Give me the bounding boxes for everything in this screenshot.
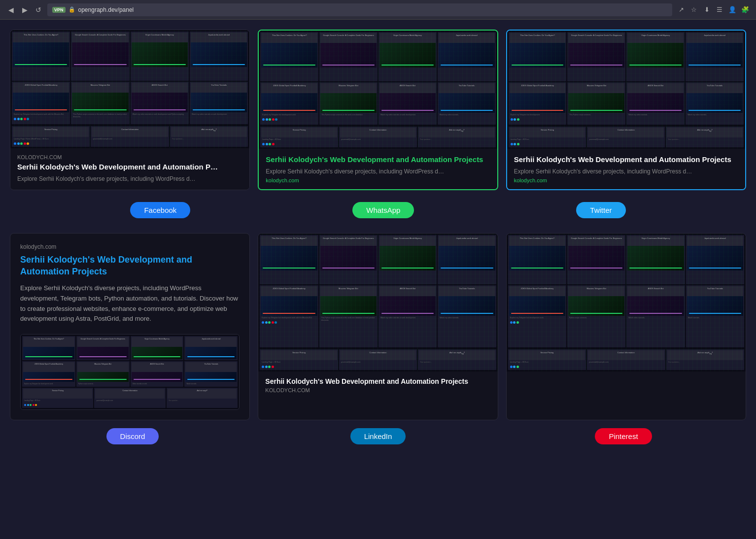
mid-cell-4: JapaLandia work abroad [438,235,496,284]
rp-cell-7: ASOS Search Bot Watch video tutorials. [626,285,685,347]
linkedin-button-area: LinkedIn [255,428,501,444]
top-share-buttons: Facebook WhatsApp Twitter [10,202,746,218]
tw-mini-cell-1: This Site Uses Cookies. Do You Agree? [509,32,567,81]
facebook-card-domain: KOLODYCH.COM [17,154,242,160]
tw-mini-cell-8: YouTube Tutorials Watch my video tutoria… [686,82,744,125]
right-screenshot: This Site Uses Cookies. Do You Agree? Go… [507,234,746,371]
wa-mini-cell-3: Virgin Courtesans Model Agency [378,32,437,81]
facebook-screenshot: This Site Uses Cookies. Do You Agree? Go… [10,30,249,148]
mini-cell-7: ASOS Search Bot Watch my video tutorials… [131,82,189,124]
mini-cell-6: Muuvies Telegram Bot This Python script … [71,82,129,124]
twitter-share-button[interactable]: Twitter [576,202,625,218]
rp-service-cell: Service Pricing Landing Page = 80 Euro [508,349,586,370]
whatsapp-card-title: Serhii Kolodych's Web Development and Au… [266,155,490,165]
mini-cell-1: This Site Uses Cookies. Do You Agree? [12,32,70,81]
tw-contact-cell: Contact Information youremail@example.co… [587,127,665,147]
rp-cell-1: This Site Uses Cookies. Do You Agree? [508,235,566,284]
rp-cell-5: JOKS Global Sport Football Academy Explo… [508,285,566,347]
wa-mini-cell-6: Muuvies Telegram Bot This Python script … [319,82,378,125]
wa-mini-cell-2: Google Search Console: A Complete Guide … [319,32,378,81]
discord-button-area: Discord [10,428,255,444]
forward-button[interactable]: ▶ [20,5,30,15]
ask-cell: Ask me anything? Your question... [170,126,248,147]
whatsapp-card-url: kolodych.com [266,177,490,183]
refresh-button[interactable]: ↺ [34,5,43,15]
middle-card-domain: KOLODYCH.COM [265,387,490,393]
extensions-icon[interactable]: 🧩 [740,5,750,15]
share-icon[interactable]: ↗ [676,5,686,15]
mini-cell-2: Google Search Console: A Complete Guide … [71,32,129,81]
mid-cell-6: Muuvies Telegram Bot This Python script … [319,285,378,347]
rp-cell-6: Muuvies Telegram Bot Python script conne… [567,285,625,347]
twitter-card-title: Serhii Kolodych's Web Development and Au… [514,155,738,165]
mid-ask-cell: Ask me anything? Your question... [418,349,496,370]
wa-mini-cell-7: ASOS Search Bot Watch my video tutorials… [378,82,437,125]
address-bar[interactable]: VPN 🔒 opengraph.dev/panel [47,3,672,16]
middle-screenshot: This Site Uses Cookies. Do You Agree? Go… [258,234,497,371]
rp-cell-8: YouTube Tutorials Watch tutorials. [686,285,744,347]
wa-mini-cell-1: This Site Uses Cookies. Do You Agree? [260,32,318,81]
linkedin-share-button[interactable]: LinkedIn [350,428,406,444]
left-info-panel: kolodych.com Serhii Kolodych's Web Devel… [10,233,250,420]
rp-cell-2: Google Search Console: A Complete Guide … [567,235,625,284]
tw-ask-cell: Ask me anything? Your question... [666,127,744,147]
lp-ask-cell: Ask me anyt? Your question... [167,388,238,407]
left-panel-preview: This Site Uses Cookies. Do You Agree? Go… [20,334,240,409]
wa-mini-cell-8: YouTube Tutorials Watch my video tutoria… [438,82,496,125]
facebook-preview-card: This Site Uses Cookies. Do You Agree? Go… [10,30,250,190]
mini-cell-8: YouTube Tutorials Watch my video tutoria… [190,82,248,124]
wa-mini-cell-4: JapaLandia work abroad [438,32,496,81]
middle-preview-panel: This Site Uses Cookies. Do You Agree? Go… [258,233,498,420]
twitter-screenshot: This Site Uses Cookies. Do You Agree? Go… [507,31,745,149]
lp-cell-8: YouTube Tutorials Watch tutorials. [184,361,238,387]
url-text: opengraph.dev/panel [78,6,134,13]
contact-info-cell: Contact Information youremail@example.co… [91,126,169,147]
facebook-share-button[interactable]: Facebook [130,202,190,218]
whatsapp-screenshot: This Site Uses Cookies. Do You Agree? Go… [259,31,497,149]
mid-cell-7: ASOS Search Bot Watch my video tutorials… [378,285,437,347]
wa-service-cell: Service Pricing Landing Page = 80 Euro [260,127,338,147]
tw-mini-cell-4: JapaLandia work abroad [686,32,744,81]
facebook-card-info: KOLODYCH.COM Serhii Kolodych's Web Devel… [10,148,249,189]
tw-mini-cell-3: Virgin Courtesans Model Agency [626,32,685,81]
middle-card-info: Serhii Kolodych's Web Development and Au… [258,371,497,399]
whatsapp-card-info: Serhii Kolodych's Web Development and Au… [259,149,497,189]
pinterest-share-button[interactable]: Pinterest [595,428,652,444]
rp-contact-cell: Contact Information youremail@example.co… [587,349,665,370]
mid-cell-2: Google Search Console: A Complete Guide … [319,235,378,284]
mid-cell-8: YouTube Tutorials Watch my video tutoria… [438,285,496,347]
rp-cell-3: Virgin Courtesans Model Agency [626,235,685,284]
twitter-card-info: Serhii Kolodych's Web Development and Au… [507,149,745,189]
lock-icon: 🔒 [69,6,75,13]
mid-cell-1: This Site Uses Cookies. Do You Agree? [260,235,318,284]
middle-card-title: Serhii Kolodych's Web Development and Au… [265,377,490,385]
browser-chrome: ◀ ▶ ↺ VPN 🔒 opengraph.dev/panel ↗ ☆ ⬇ ☰ … [0,0,756,20]
discord-share-button[interactable]: Discord [106,428,159,444]
lp-cell-7: ASOS Search Bot Video tutorials on web. [131,361,184,387]
wa-contact-cell: Contact Information youremail@example.co… [339,127,417,147]
facebook-card-title: Serhii Kolodych's Web Development and Au… [17,162,242,172]
rp-cell-4: JapaLandia work abroad [686,235,744,284]
facebook-card-description: Explore Serhii Kolodych's diverse projec… [17,175,242,183]
whatsapp-preview-card: This Site Uses Cookies. Do You Agree? Go… [258,30,498,190]
service-pricing-cell: Service Pricing Landing Page / Home (Wor… [12,126,90,147]
lp-cell-6: Muuvies Telegram Bot Python script conne… [76,361,130,387]
back-button[interactable]: ◀ [6,5,16,15]
lp-contact-cell: Contact Information youremail@example.co… [94,388,165,407]
download-icon[interactable]: ⬇ [702,5,712,15]
mid-cell-3: Virgin Courtesans Model Agency [378,235,437,284]
bottom-section: kolodych.com Serhii Kolodych's Web Devel… [10,233,746,420]
left-panel-domain: kolodych.com [20,243,240,250]
twitter-preview-card: This Site Uses Cookies. Do You Agree? Go… [506,30,746,190]
mini-cell-5: JOKS Global Sport Football Academy Explo… [12,82,70,124]
menu-icon[interactable]: ☰ [715,5,724,15]
mid-service-cell: Service Pricing Landing Page = 80 Euro [260,349,338,370]
tw-mini-cell-7: ASOS Search Bot Watch my video tutorials… [626,82,685,125]
rp-ask-cell: Ask me anything? Your question... [666,349,744,370]
tw-mini-cell-5: JOKS Global Sport Football Academy Explo… [509,82,567,125]
bookmark-icon[interactable]: ☆ [689,5,699,15]
wa-mini-cell-5: JOKS Global Sport Football Academy Explo… [260,82,318,125]
mid-cell-5: JOKS Global Sport Football Academy Explo… [260,285,318,347]
profile-icon[interactable]: 👤 [727,5,737,15]
whatsapp-share-button[interactable]: WhatsApp [352,202,414,218]
